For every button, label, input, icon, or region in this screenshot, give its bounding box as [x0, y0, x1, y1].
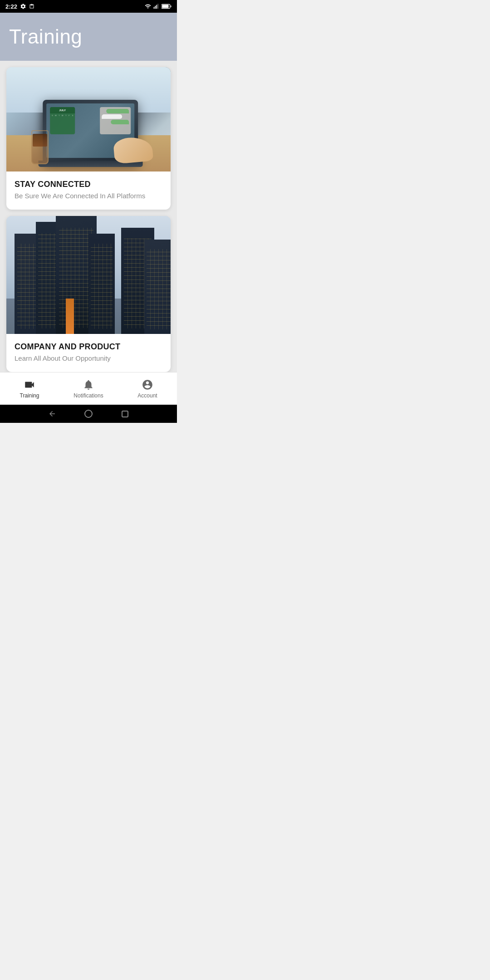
svg-rect-2 — [156, 5, 157, 9]
svg-rect-0 — [154, 7, 155, 9]
header: Training — [0, 13, 177, 61]
status-right — [144, 3, 172, 10]
main-content: JULY S M T W T F S — [0, 61, 177, 372]
building-6 — [88, 234, 115, 334]
svg-rect-5 — [162, 5, 168, 8]
android-back-button[interactable] — [48, 409, 57, 418]
card-image-laptop: JULY S M T W T F S — [6, 67, 171, 172]
signal-icon — [153, 3, 160, 10]
building-orange-accent — [66, 299, 74, 334]
android-home-button[interactable] — [84, 409, 93, 418]
status-bar: 2:22 — [0, 0, 177, 13]
clipboard-icon — [29, 3, 34, 10]
status-left: 2:22 — [5, 3, 34, 10]
card-company-product[interactable]: COMPANY AND PRODUCT Learn All About Our … — [6, 216, 171, 372]
android-recent-button[interactable] — [120, 409, 129, 418]
wifi-icon — [144, 3, 152, 10]
card-image-buildings — [6, 216, 171, 334]
nav-label-training: Training — [20, 392, 39, 399]
card-content-company: COMPANY AND PRODUCT Learn All About Our … — [6, 334, 171, 372]
svg-rect-6 — [170, 5, 172, 7]
status-time: 2:22 — [5, 3, 17, 10]
card-subtitle-1: Be Sure We Are Connected In All Platform… — [15, 192, 162, 200]
nav-item-training[interactable]: Training — [0, 375, 59, 402]
battery-icon — [162, 4, 172, 9]
bottom-nav: Training Notifications Account — [0, 372, 177, 405]
svg-rect-3 — [157, 4, 158, 9]
svg-rect-1 — [155, 6, 156, 9]
nav-label-notifications: Notifications — [74, 392, 103, 399]
screen-calendar: JULY S M T W T F S — [50, 107, 75, 134]
bell-icon — [82, 378, 95, 391]
card-subtitle-2: Learn All About Our Opportunity — [15, 354, 162, 362]
card-stay-connected[interactable]: JULY S M T W T F S — [6, 67, 171, 210]
card-title-2: COMPANY AND PRODUCT — [15, 342, 162, 352]
page-title: Training — [9, 25, 168, 48]
nav-label-account: Account — [137, 392, 157, 399]
video-camera-icon — [23, 378, 36, 391]
coffee-cup — [31, 130, 49, 164]
screen-chat — [100, 107, 131, 134]
building-5 — [144, 240, 171, 334]
card-content-stay-connected: STAY CONNECTED Be Sure We Are Connected … — [6, 172, 171, 210]
person-circle-icon — [141, 378, 154, 391]
card-title-1: STAY CONNECTED — [15, 180, 162, 189]
android-nav — [0, 405, 177, 423]
gear-icon — [20, 3, 26, 10]
nav-item-notifications[interactable]: Notifications — [59, 375, 118, 402]
nav-item-account[interactable]: Account — [118, 375, 177, 402]
